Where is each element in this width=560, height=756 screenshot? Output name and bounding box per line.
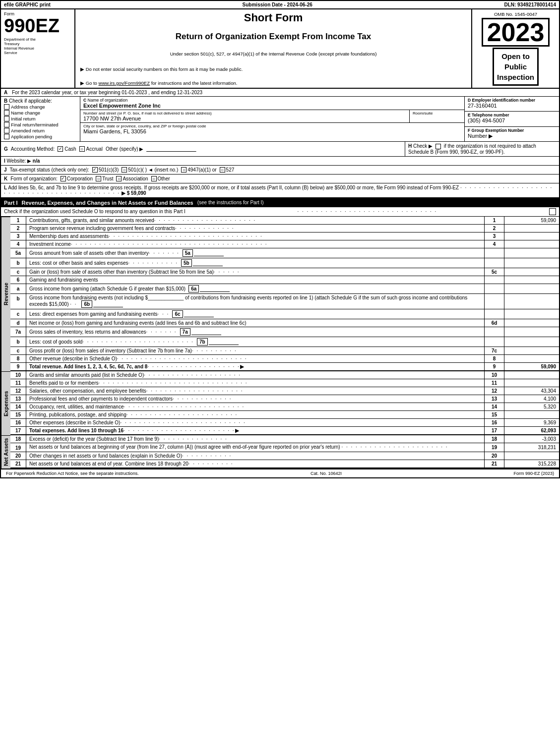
row-value (504, 327, 559, 337)
status-4947-box[interactable]: ○ (181, 167, 187, 173)
ein: 27-3160401 (468, 103, 556, 109)
row-value: 62,093 (504, 427, 559, 434)
row-num: 4 (10, 240, 26, 248)
omb-number: OMB No. 1545-0047 (494, 11, 537, 17)
name-checkbox[interactable] (4, 110, 9, 116)
k-trust-box[interactable]: ○ (96, 176, 101, 181)
accrual-checkbox[interactable]: ○ (79, 146, 85, 152)
k-corporation: ✓ Corporation (61, 176, 93, 181)
row-desc: Gaming and fundraising events (26, 276, 485, 284)
status-4947: ○ 4947(a)(1) or (181, 167, 216, 173)
accrual-check: ○ Accrual (79, 146, 103, 152)
expenses-side-label: Expenses (1, 371, 10, 435)
row-desc: Gross income from gaming (attach Schedul… (26, 284, 485, 293)
row-code: 17 (485, 427, 504, 434)
table-row: b Less: cost or other basis and sales ex… (10, 258, 559, 268)
status-501c-box[interactable]: ○ (122, 167, 127, 173)
table-row: 6 Gaming and fundraising events (10, 276, 559, 284)
row-num: 1 (10, 217, 26, 224)
amended-checkbox[interactable] (4, 128, 9, 133)
row-value (504, 319, 559, 327)
row-value (504, 379, 559, 387)
title-block: Short Form Return of Organization Exempt… (75, 9, 472, 88)
section-def: D Employer identification number 27-3160… (465, 97, 559, 141)
address-checkbox[interactable] (4, 104, 9, 110)
k-association: ○ Association (116, 176, 148, 181)
row-code: 4 (485, 240, 504, 248)
row-num: a (10, 284, 26, 293)
row-code: 6d (485, 319, 504, 327)
row-code: 11 (485, 379, 504, 387)
row-num: 7a (10, 327, 26, 337)
table-row: 15 Printing, publications, postage, and … (10, 411, 559, 419)
row-code: 21 (485, 460, 504, 467)
row-num: 21 (10, 460, 26, 467)
row-desc: Less: cost of goods sold · · · · · · · ·… (26, 337, 485, 347)
app-pending-checkbox[interactable] (4, 134, 9, 139)
part1-schedule-o-checkbox[interactable] (549, 208, 556, 215)
k-form-row: K Form of organization: ✓ Corporation ○ … (1, 174, 559, 183)
footer: For Paperwork Reduction Act Notice, see … (1, 468, 559, 477)
check-name: Name change (4, 110, 77, 116)
row-desc: Net income or (loss) from gaming and fun… (26, 319, 485, 327)
row-value (504, 452, 559, 460)
table-row: 16 Other expenses (describe in Schedule … (10, 419, 559, 427)
table-row: 13 Professional fees and other payments … (10, 395, 559, 403)
row-value (504, 411, 559, 418)
row-desc: Other changes in net assets or fund bala… (26, 452, 485, 460)
table-row: 19 Net assets or fund balances at beginn… (10, 443, 559, 452)
k-assoc-box[interactable]: ○ (116, 176, 122, 181)
final-checkbox[interactable] (4, 122, 9, 127)
row-value (504, 355, 559, 362)
form-instruction1: Under section 501(c), 527, or 4947(a)(1)… (80, 51, 466, 57)
status-527: ○ 527 (220, 167, 235, 173)
row-value: 4,100 (504, 395, 559, 403)
tax-status-row: J Tax-exempt status (check only one): ✓ … (1, 166, 559, 174)
table-row: 12 Salaries, other compensation, and emp… (10, 387, 559, 395)
row-code: 20 (485, 452, 504, 460)
row-value (504, 248, 559, 258)
form-number: 990EZ (4, 16, 60, 35)
cash-checkbox[interactable]: ✓ (58, 146, 63, 152)
row-value (504, 276, 559, 284)
k-corp-box[interactable]: ✓ (61, 176, 66, 181)
form-instruction2: ▶ Do not enter social security numbers o… (80, 66, 466, 72)
row-value (504, 337, 559, 347)
row-value (504, 284, 559, 293)
row-num: 11 (10, 379, 26, 387)
row-code: 10 (485, 371, 504, 379)
check-amended: Amended return (4, 128, 77, 133)
row-desc: Gross income from fundraising events (no… (26, 294, 485, 309)
cash-check: ✓ Cash (58, 146, 76, 152)
row-code (485, 258, 504, 268)
section-a: A For the 2023 calendar year, or tax yea… (1, 89, 559, 97)
status-527-box[interactable]: ○ (220, 167, 225, 173)
row-code: 8 (485, 355, 504, 362)
expenses-section: Expenses 10 Grants and similar amounts p… (1, 371, 559, 435)
check-address: Address change (4, 104, 77, 110)
org-city: Miami Gardens, FL 33056 (83, 128, 461, 134)
form-title-sub: Return of Organization Exempt From Incom… (80, 32, 466, 42)
row-num: b (10, 294, 26, 309)
row-code: 12 (485, 387, 504, 395)
table-row: 5a Gross amount from sale of assets othe… (10, 248, 559, 258)
row-desc: Gross amount from sale of assets other t… (26, 248, 485, 258)
row-value (504, 294, 559, 309)
table-row: 9 Total revenue. Add lines 1, 2, 3, 4, 5… (10, 363, 559, 371)
form-title-main: Short Form (80, 11, 466, 24)
h-section: H Check ▶ if the organization is not req… (405, 142, 559, 156)
row-code: 13 (485, 395, 504, 403)
row-num: 19 (10, 443, 26, 452)
row-code (485, 327, 504, 337)
row-value: 315,228 (504, 460, 559, 467)
status-501c3-box[interactable]: ✓ (92, 167, 98, 173)
initial-checkbox[interactable] (4, 116, 9, 121)
row-code: 16 (485, 419, 504, 426)
revenue-side-label: Revenue (1, 217, 10, 371)
row-value: -3,003 (504, 435, 559, 443)
table-row: 3 Membership dues and assessments · · · … (10, 233, 559, 240)
row-value (504, 347, 559, 354)
k-other-box[interactable]: ○ (151, 176, 157, 181)
row-num: 10 (10, 371, 26, 379)
accounting-row: G Accounting Method: ✓ Cash ○ Accrual Ot… (1, 142, 559, 157)
